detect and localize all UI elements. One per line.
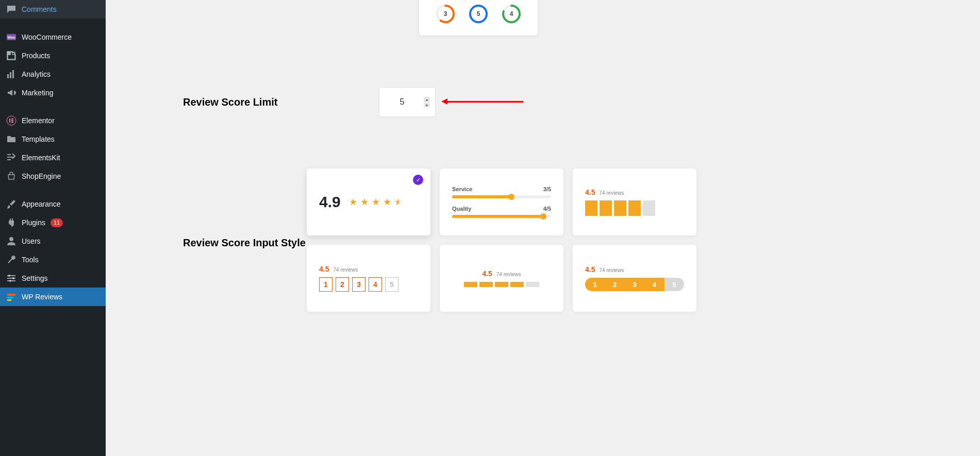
- svg-point-20: [8, 275, 10, 277]
- svg-rect-4: [7, 74, 9, 78]
- block-segment: [585, 200, 597, 216]
- shopengine-icon: [6, 171, 16, 181]
- style-option-pill[interactable]: 4.5 74 reviews 1 2 3 4 5: [573, 245, 696, 312]
- sidebar-item-appearance[interactable]: Appearance: [0, 195, 106, 213]
- stepper-down[interactable]: ▼: [424, 103, 430, 108]
- sidebar-item-woocommerce[interactable]: Woo WooCommerce: [0, 28, 106, 46]
- svg-text:Woo: Woo: [7, 36, 15, 39]
- sidebar-item-marketing[interactable]: Marketing: [0, 83, 106, 102]
- score-limit-row: Review Score Limit ▲ ▼: [183, 87, 959, 117]
- sidebar-item-templates[interactable]: Templates: [0, 130, 106, 148]
- pill-segment: 4: [644, 278, 664, 291]
- sidebar-item-label: Tools: [22, 256, 39, 264]
- style-score: 4.5: [482, 269, 492, 278]
- input-style-label: Review Score Input Style: [183, 168, 307, 312]
- folder-icon: [6, 134, 16, 144]
- products-icon: [6, 50, 16, 61]
- svg-rect-5: [10, 72, 11, 78]
- style-reviews-count: 74 reviews: [496, 272, 521, 277]
- sidebar-item-users[interactable]: Users: [0, 232, 106, 250]
- block-segment: [600, 200, 612, 216]
- svg-point-29: [470, 6, 487, 22]
- numbox: 2: [336, 277, 349, 292]
- sidebar-item-label: WP Reviews: [22, 293, 62, 301]
- star-icon: ★: [372, 196, 380, 208]
- stepper-up[interactable]: ▲: [424, 97, 430, 102]
- style-option-numboxes[interactable]: 4.5 74 reviews 1 2 3 4 5: [307, 245, 430, 312]
- sidebar-item-label: Analytics: [22, 70, 51, 78]
- slider-label: Quality: [452, 206, 471, 212]
- elementskit-icon: [6, 153, 16, 163]
- style-reviews-count: 74 reviews: [599, 267, 624, 273]
- sidebar-item-plugins[interactable]: Plugins 11: [0, 213, 106, 232]
- score-limit-label: Review Score Limit: [183, 96, 379, 108]
- style-score: 4.5: [585, 265, 595, 274]
- woocommerce-icon: Woo: [6, 32, 16, 42]
- block-segment: [628, 200, 641, 216]
- comment-icon: [6, 4, 16, 14]
- style-option-blocks[interactable]: 4.5 74 reviews: [573, 168, 696, 235]
- svg-rect-11: [11, 120, 13, 121]
- svg-rect-23: [7, 294, 15, 296]
- sidebar-item-elementskit[interactable]: ElementsKit: [0, 148, 106, 167]
- numbox: 1: [319, 277, 333, 292]
- sidebar-item-label: ShopEngine: [22, 172, 61, 180]
- star-icon: ★: [383, 196, 391, 208]
- pill-segment-off: 5: [665, 278, 684, 291]
- sidebar-item-label: Templates: [22, 135, 55, 143]
- sidebar-item-settings[interactable]: Settings: [0, 269, 106, 288]
- style-option-smallbars[interactable]: 4.5 74 reviews: [440, 245, 563, 312]
- sidebar-item-label: Settings: [22, 274, 48, 282]
- sidebar-item-label: Comments: [22, 5, 57, 13]
- style-option-sliders[interactable]: Service 3/5 Quality 4/5: [440, 168, 563, 235]
- sidebar-item-wp-reviews[interactable]: WP Reviews: [0, 288, 106, 306]
- style-score: 4.5: [319, 265, 329, 273]
- brush-icon: [6, 199, 16, 209]
- admin-sidebar: Comments Woo WooCommerce Products Analyt…: [0, 0, 106, 456]
- slider-fraction: 4/5: [543, 206, 551, 212]
- svg-rect-25: [7, 299, 11, 301]
- plug-icon: [6, 217, 16, 228]
- input-style-row: Review Score Input Style ✓ 4.9 ★ ★ ★ ★ ★: [183, 168, 959, 312]
- sidebar-item-label: Appearance: [22, 200, 61, 208]
- sliders-icon: [6, 273, 16, 283]
- svg-point-16: [9, 237, 13, 241]
- analytics-icon: [6, 69, 16, 79]
- style-reviews-count: 74 reviews: [599, 190, 624, 196]
- svg-rect-24: [7, 297, 13, 298]
- svg-point-22: [9, 280, 11, 282]
- svg-rect-10: [11, 119, 13, 120]
- smallbar-segment-off: [526, 282, 539, 287]
- style-option-stars[interactable]: ✓ 4.9 ★ ★ ★ ★ ★: [307, 168, 430, 235]
- wp-reviews-icon: [6, 292, 16, 302]
- numbox-off: 5: [385, 277, 398, 292]
- svg-rect-12: [11, 122, 13, 123]
- slider-fraction: 3/5: [543, 186, 551, 192]
- sidebar-item-shopengine[interactable]: ShopEngine: [0, 167, 106, 185]
- user-icon: [6, 236, 16, 246]
- main-content: Service 3 Design 5 Quality 4: [106, 0, 980, 456]
- elementor-icon: [6, 115, 16, 126]
- sidebar-item-elementor[interactable]: Elementor: [0, 111, 106, 130]
- smallbar-segment: [510, 282, 524, 287]
- sidebar-item-analytics[interactable]: Analytics: [0, 65, 106, 83]
- block-segment-off: [643, 200, 655, 216]
- star-icon: ★: [360, 196, 369, 208]
- wrench-icon: [6, 255, 16, 265]
- star-half-icon: ★: [394, 196, 403, 208]
- pill-segment: 2: [605, 278, 624, 291]
- numbox: 3: [352, 277, 366, 292]
- sidebar-item-label: WooCommerce: [22, 33, 72, 41]
- score-limit-input-wrap: ▲ ▼: [379, 87, 436, 117]
- sidebar-item-label: Plugins: [22, 218, 45, 227]
- preview-circle-design: Design 5: [468, 0, 489, 24]
- style-score: 4.9: [319, 193, 341, 211]
- sidebar-item-products[interactable]: Products: [0, 46, 106, 65]
- svg-point-21: [12, 277, 14, 279]
- sidebar-item-label: ElementsKit: [22, 154, 60, 162]
- pill-segment: 3: [625, 278, 644, 291]
- sidebar-item-tools[interactable]: Tools: [0, 250, 106, 269]
- sidebar-item-comments[interactable]: Comments: [0, 0, 106, 19]
- sidebar-item-label: Marketing: [22, 89, 53, 97]
- block-segment: [614, 200, 626, 216]
